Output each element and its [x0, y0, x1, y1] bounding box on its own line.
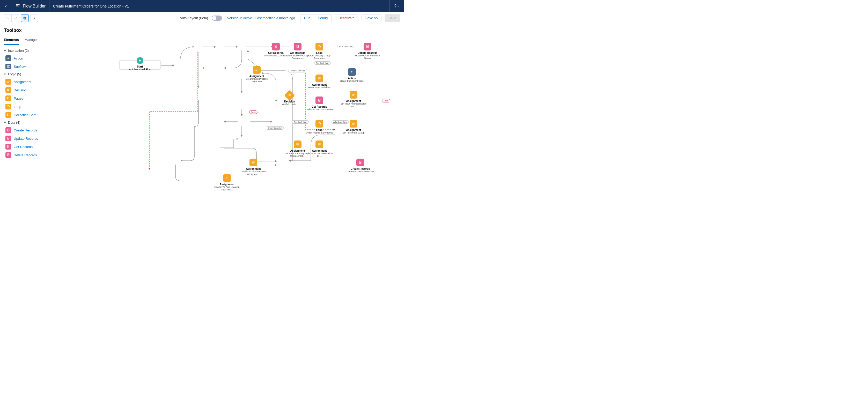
play-icon [137, 57, 143, 64]
svg-rect-41 [318, 143, 320, 144]
toolbox-assignment[interactable]: Assignment [3, 77, 75, 86]
brand: Flow Builder [12, 0, 50, 12]
node-n18[interactable]: AssignmentAction Fault Assignment [403, 129, 404, 143]
toolbox-loop[interactable]: Loop [3, 102, 75, 111]
group-interaction[interactable]: Interaction (2) [3, 47, 75, 54]
node-n10[interactable]: AssignmentSet Input Representation an... [339, 91, 368, 108]
svg-rect-33 [352, 94, 354, 95]
edge-label: Fault [382, 99, 390, 102]
create-icon [5, 127, 11, 133]
start-node[interactable]: Start Autolaunched Flow [119, 60, 161, 70]
svg-rect-28 [318, 78, 320, 78]
save-button[interactable]: Save [384, 14, 400, 22]
flow-builder-icon [16, 3, 20, 9]
redo-button[interactable] [12, 14, 20, 22]
brand-label: Flow Builder [23, 4, 45, 8]
toolbox-delete[interactable]: Delete Records [3, 151, 75, 159]
deactivate-button[interactable]: Deactivate [335, 14, 358, 22]
group-data[interactable]: Data (4) [3, 119, 75, 126]
back-button[interactable] [0, 0, 12, 12]
sidebar-title: Toolbox [0, 24, 78, 35]
svg-rect-43 [318, 145, 320, 145]
svg-rect-11 [7, 82, 8, 83]
node-n16[interactable]: Create RecordsCreate Process Exception [346, 159, 374, 173]
get-icon [315, 96, 323, 104]
svg-rect-2 [16, 7, 20, 7]
assignment-icon [5, 79, 11, 85]
toolbox-action[interactable]: Action [3, 54, 75, 62]
svg-rect-27 [318, 77, 320, 78]
svg-rect-44 [252, 162, 254, 162]
undo-button[interactable] [4, 14, 12, 22]
auto-layout-toggle[interactable] [212, 15, 222, 21]
toolbox-decision[interactable]: Decision [3, 86, 75, 94]
node-n11[interactable]: LoopOrder Product Summaries [305, 120, 334, 134]
edge-label: Default Outcome [288, 69, 307, 72]
svg-rect-4 [24, 17, 25, 19]
svg-rect-0 [16, 4, 20, 5]
svg-rect-38 [296, 143, 299, 144]
loop-icon [315, 43, 323, 51]
sidebar: Toolbox Elements Manager Interaction (2)… [0, 24, 78, 193]
settings-button[interactable] [30, 14, 38, 22]
assignment-icon [350, 91, 358, 99]
canvas[interactable]: Start Autolaunched Flow AssignmentSet De… [78, 24, 404, 193]
version-info[interactable]: Version 1: Active—Last modified a month … [227, 16, 295, 20]
node-n17[interactable]: AssignmentUnable To Find Location Fault … [213, 174, 241, 191]
svg-rect-12 [7, 97, 8, 99]
run-button[interactable]: Run [300, 14, 314, 22]
svg-rect-29 [318, 79, 320, 79]
node-n1[interactable]: AssignmentSet Defaults Process Exception [243, 66, 271, 83]
group-logic[interactable]: Logic (5) [3, 71, 75, 77]
update-icon [364, 43, 371, 51]
copy-button[interactable] [21, 14, 29, 22]
node-n15[interactable]: AssignmentUnable To Find Location Assign… [239, 159, 268, 175]
svg-rect-13 [8, 97, 9, 99]
node-n8[interactable]: ActionCreate Fulfillment Order [338, 68, 366, 82]
get-icon [272, 43, 280, 51]
svg-rect-35 [352, 123, 354, 123]
node-n14[interactable]: AssignmentAdd Input Representation to ..… [305, 140, 334, 157]
node-n5[interactable]: Update RecordsUpdate Order Summary Statu… [353, 43, 382, 60]
toolbox-pause[interactable]: Pause [3, 94, 75, 102]
svg-rect-21 [255, 70, 257, 71]
assignment-icon [249, 159, 257, 166]
svg-rect-48 [226, 177, 228, 178]
svg-rect-32 [352, 94, 354, 94]
svg-rect-36 [352, 123, 354, 124]
help-button[interactable]: ? [390, 0, 404, 12]
auto-layout-label: Auto-Layout (Beta) [180, 16, 208, 20]
create-icon [356, 159, 364, 166]
toolbox-subflow[interactable]: Subflow [3, 62, 75, 71]
delete-icon [5, 152, 11, 158]
node-n4[interactable]: LoopOrder Delivery Group Summaries [305, 43, 334, 60]
action-icon [348, 68, 356, 76]
toolbox-sort[interactable]: Collection Sort [3, 111, 75, 119]
node-n7[interactable]: AssignmentReset Input Variables [305, 74, 334, 89]
debug-button[interactable]: Debug [314, 14, 332, 22]
edge-label: For Each Item [314, 61, 331, 65]
svg-rect-1 [16, 5, 19, 6]
sort-icon [5, 112, 11, 118]
node-n6[interactable]: DecisionVerify Location [275, 91, 304, 105]
edge-label: After Last Item [332, 120, 349, 124]
get-icon [5, 144, 11, 150]
toolbox-tree: Interaction (2) ActionSubflow Logic (5) … [0, 45, 78, 161]
svg-rect-10 [7, 82, 9, 82]
toolbox-get[interactable]: Get Records [3, 142, 75, 151]
svg-rect-19 [255, 69, 258, 69]
page-title: Create Fulfillment Orders for One Locati… [50, 4, 132, 8]
svg-rect-40 [296, 145, 298, 145]
tab-elements[interactable]: Elements [4, 35, 19, 45]
edge-label: Fault [249, 110, 257, 114]
edge-label: After Last Item [337, 45, 354, 48]
decision-icon [284, 90, 295, 101]
node-n9[interactable]: Get RecordsOrder Product Summaries [305, 96, 334, 111]
edge-label: Empty Location [266, 126, 284, 130]
assignment-icon [253, 66, 260, 74]
decision-icon [5, 87, 11, 93]
tab-manager[interactable]: Manager [25, 35, 38, 45]
toolbox-update[interactable]: Update Records [3, 134, 75, 142]
save-as-button[interactable]: Save As [362, 14, 382, 22]
toolbox-create[interactable]: Create Records [3, 126, 75, 134]
